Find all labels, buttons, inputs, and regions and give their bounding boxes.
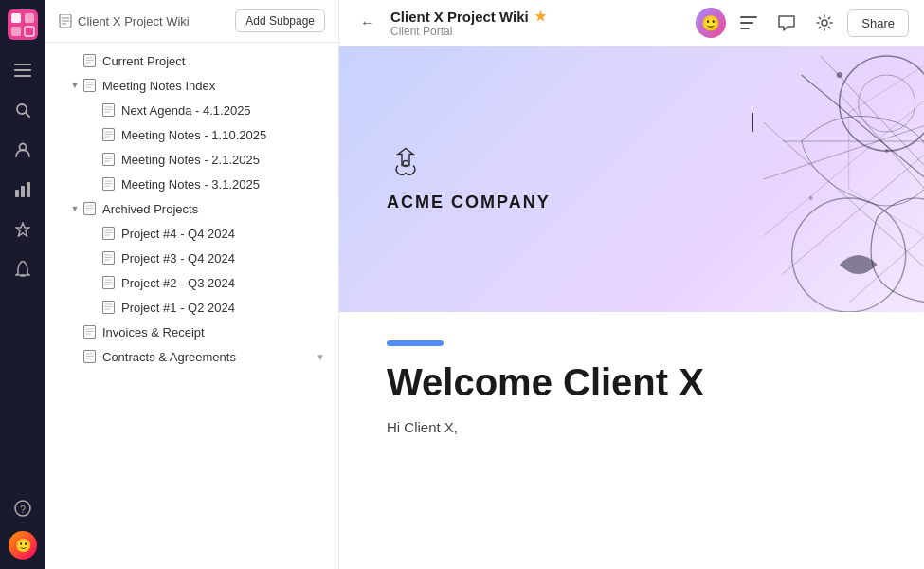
svg-rect-70 (83, 351, 95, 363)
svg-rect-6 (14, 69, 31, 71)
team-icon[interactable] (6, 133, 40, 167)
sidebar-item-label: Project #2 - Q3 2024 (121, 276, 325, 290)
page-doc-icon (100, 102, 116, 118)
sidebar-item-invoices[interactable]: Invoices & Receipt (45, 320, 338, 344)
svg-rect-11 (15, 190, 19, 197)
sidebar-item-label: Project #4 - Q4 2024 (121, 227, 325, 241)
share-button[interactable]: Share (847, 9, 909, 37)
sidebar-item-label: Invoices & Receipt (102, 325, 325, 340)
svg-rect-2 (25, 13, 34, 23)
svg-rect-76 (740, 28, 750, 29)
topbar-title: Client X Project Wiki ★ (390, 9, 686, 25)
chevron-icon[interactable]: ▼ (68, 202, 82, 215)
svg-rect-30 (102, 104, 114, 117)
welcome-text: Hi Client X, (387, 419, 877, 435)
svg-rect-5 (14, 64, 31, 65)
svg-point-91 (884, 149, 888, 153)
toc-icon[interactable] (734, 8, 764, 38)
page-doc-icon (82, 349, 97, 364)
svg-rect-66 (83, 326, 95, 339)
sidebar-item-contracts[interactable]: Contracts & Agreements▼ (45, 344, 338, 369)
favorites-icon[interactable] (6, 212, 40, 247)
svg-rect-74 (740, 16, 757, 18)
sidebar-item-project-1[interactable]: Project #1 - Q2 2024 (45, 295, 338, 320)
sidebar-item-archived-projects[interactable]: ▼ Archived Projects (45, 196, 338, 221)
sidebar-root-item[interactable]: Client X Project Wiki (59, 14, 190, 28)
svg-marker-14 (16, 223, 29, 236)
sidebar-item-meeting-notes-1[interactable]: Meeting Notes - 1.10.2025 (45, 122, 338, 147)
chat-icon[interactable] (771, 8, 802, 38)
back-button[interactable]: ← (354, 12, 381, 33)
notifications-icon[interactable] (6, 252, 40, 286)
sidebar-toggle-icon[interactable] (6, 53, 40, 87)
svg-line-95 (763, 84, 924, 236)
topbar-subtitle: Client Portal (390, 25, 686, 38)
add-subpage-button[interactable]: Add Subpage (235, 9, 325, 32)
svg-rect-1 (11, 13, 21, 23)
scroll-down-icon: ▼ (316, 352, 325, 362)
svg-line-94 (848, 170, 924, 303)
page-doc-icon (100, 250, 116, 266)
icon-rail: ? 🙂 (0, 0, 45, 569)
chevron-placeholder (68, 54, 82, 67)
sidebar-item-project-3[interactable]: Project #3 - Q4 2024 (45, 246, 338, 270)
svg-rect-26 (83, 80, 95, 92)
sidebar-item-label: Project #1 - Q2 2024 (121, 301, 325, 315)
sidebar-item-label: Meeting Notes Index (102, 79, 325, 93)
chevron-placeholder (87, 177, 100, 191)
svg-point-90 (836, 72, 842, 78)
page-doc-icon (100, 300, 116, 315)
user-avatar-rail[interactable]: 🙂 (9, 531, 37, 560)
sidebar-item-label: Archived Projects (102, 202, 325, 216)
page-doc-icon (82, 324, 97, 340)
settings-icon[interactable] (809, 8, 840, 38)
svg-rect-38 (102, 154, 114, 166)
sidebar-item-next-agenda[interactable]: Next Agenda - 4.1.2025 (45, 98, 338, 122)
sidebar-item-meeting-notes-3[interactable]: Meeting Notes - 3.1.2025 (45, 172, 338, 196)
accent-bar (387, 340, 444, 346)
page-doc-icon (82, 53, 97, 68)
sidebar-item-meeting-notes-2[interactable]: Meeting Notes - 2.1.2025 (45, 147, 338, 172)
svg-rect-7 (14, 75, 31, 77)
sidebar-item-project-4[interactable]: Project #4 - Q4 2024 (45, 221, 338, 246)
search-icon[interactable] (6, 93, 40, 127)
sidebar-item-label: Current Project (102, 54, 325, 68)
content-body: Welcome Client X Hi Client X, (339, 312, 924, 464)
chevron-placeholder (87, 276, 100, 289)
sidebar-item-label: Project #3 - Q4 2024 (121, 251, 325, 266)
rail-bottom: ? 🙂 (6, 491, 40, 560)
svg-point-93 (808, 196, 812, 200)
topbar-actions: 🙂 Share (696, 8, 909, 38)
chevron-placeholder (87, 128, 100, 141)
sidebar-header: Client X Project Wiki Add Subpage (45, 0, 338, 43)
sidebar-item-project-2[interactable]: Project #2 - Q3 2024 (45, 270, 338, 295)
company-name: ACME COMPANY (387, 193, 551, 212)
chevron-placeholder (68, 325, 82, 339)
chevron-icon[interactable]: ▼ (68, 79, 82, 92)
help-icon[interactable]: ? (6, 491, 40, 525)
sidebar-item-label: Meeting Notes - 2.1.2025 (121, 153, 325, 167)
welcome-title: Welcome Client X (387, 361, 877, 404)
chevron-placeholder (87, 227, 100, 240)
sidebar-item-meeting-notes-index[interactable]: ▼ Meeting Notes Index (45, 73, 338, 98)
svg-rect-22 (83, 55, 95, 67)
sidebar-root-label: Client X Project Wiki (78, 14, 190, 28)
svg-marker-97 (398, 149, 413, 166)
svg-rect-34 (102, 129, 114, 141)
page-doc-icon (100, 226, 116, 241)
chevron-placeholder (87, 251, 100, 265)
svg-line-9 (26, 113, 29, 117)
app-logo[interactable] (8, 9, 38, 40)
svg-rect-12 (21, 186, 25, 197)
favorite-star-icon[interactable]: ★ (534, 9, 547, 24)
sidebar-item-current-project[interactable]: Current Project (45, 48, 338, 73)
content-area: ACME COMPANY Welcome Client X Hi Client … (339, 46, 924, 569)
svg-point-77 (822, 20, 827, 26)
user-avatar-topbar[interactable]: 🙂 (696, 8, 726, 38)
chevron-placeholder (68, 350, 82, 363)
svg-rect-58 (102, 277, 114, 289)
topbar: ← Client X Project Wiki ★ Client Portal … (339, 0, 924, 46)
sidebar-item-label: Meeting Notes - 1.10.2025 (121, 128, 325, 142)
svg-rect-3 (11, 27, 21, 36)
analytics-icon[interactable] (6, 173, 40, 207)
